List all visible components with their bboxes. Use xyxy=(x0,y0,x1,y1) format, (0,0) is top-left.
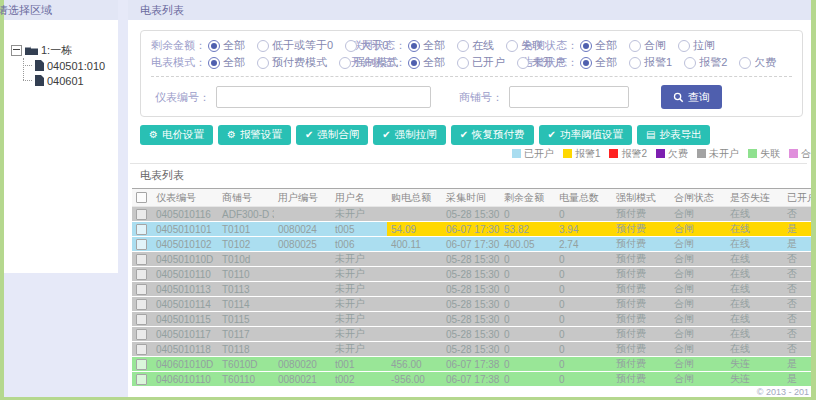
table-cell: 0 xyxy=(500,357,555,372)
row-checkbox[interactable] xyxy=(136,359,147,370)
tree-node-meter[interactable]: 040601 xyxy=(23,73,118,88)
radio-icon[interactable] xyxy=(339,57,351,69)
row-checkbox-cell xyxy=(132,222,152,237)
radio-icon[interactable] xyxy=(408,57,420,69)
toolbar-button[interactable]: ✔强制拉闸 xyxy=(373,125,445,145)
row-checkbox[interactable] xyxy=(136,239,147,250)
table-cell: 0 xyxy=(500,327,555,342)
table-header-cell: 购电总额 xyxy=(387,189,442,207)
row-checkbox[interactable] xyxy=(136,209,147,220)
row-checkbox[interactable] xyxy=(136,224,147,235)
row-checkbox[interactable] xyxy=(136,254,147,265)
table-cell xyxy=(274,282,331,297)
radio-option[interactable]: 全部 xyxy=(208,54,245,71)
radio-icon[interactable] xyxy=(408,40,420,52)
radio-option[interactable]: 拉闸 xyxy=(678,37,715,54)
radio-icon[interactable] xyxy=(506,40,518,52)
radio-option[interactable]: 预付费模式 xyxy=(257,54,327,71)
radio-icon[interactable] xyxy=(257,40,269,52)
radio-option[interactable]: 报警1 xyxy=(629,54,672,71)
filter-group: 告警状态：全部报警1报警2欠费 xyxy=(523,54,788,71)
tree-node-label: 040601 xyxy=(47,75,84,87)
table-cell xyxy=(387,207,442,222)
table-cell: 合闸 xyxy=(670,312,726,327)
radio-icon[interactable] xyxy=(629,40,641,52)
toolbar-button-label: 功率阈值设置 xyxy=(560,128,623,142)
table-cell: 否 xyxy=(783,312,811,327)
radio-option[interactable]: 在线 xyxy=(457,37,494,54)
table-header-cell: 电量总数 xyxy=(555,189,612,207)
radio-option[interactable]: 全部 xyxy=(580,37,617,54)
radio-icon[interactable] xyxy=(678,40,690,52)
table-cell xyxy=(274,342,331,357)
row-checkbox[interactable] xyxy=(136,374,147,385)
table-cell: 05-28 15:30:00 xyxy=(442,342,500,357)
table-cell: 0 xyxy=(500,267,555,282)
main-content: 剩余金额：全部低于或等于0大于0联网状态：全部在线失联合闸状态：全部合闸拉闸 电… xyxy=(128,20,811,397)
radio-icon[interactable] xyxy=(684,57,696,69)
row-checkbox[interactable] xyxy=(136,299,147,310)
row-checkbox[interactable] xyxy=(136,269,147,280)
toolbar-button[interactable]: ✔恢复预付费 xyxy=(451,125,534,145)
table-cell: 400.05 xyxy=(500,237,555,252)
radio-option[interactable]: 合闸 xyxy=(629,37,666,54)
row-checkbox[interactable] xyxy=(136,344,147,355)
table-cell: T0102 xyxy=(218,237,274,252)
tree-node-meter[interactable]: 040501:010 xyxy=(23,58,118,73)
filter-group: 剩余金额：全部低于或等于0大于0 xyxy=(151,37,351,54)
radio-icon[interactable] xyxy=(345,40,357,52)
radio-icon[interactable] xyxy=(517,57,529,69)
shop-no-input[interactable] xyxy=(509,86,629,108)
radio-icon[interactable] xyxy=(580,40,592,52)
row-checkbox-cell xyxy=(132,312,152,327)
radio-icon[interactable] xyxy=(629,57,641,69)
filter-label: 剩余金额： xyxy=(151,37,206,54)
radio-option[interactable]: 全部 xyxy=(580,54,617,71)
table-cell: 在线 xyxy=(726,342,783,357)
row-checkbox[interactable] xyxy=(136,314,147,325)
select-all-checkbox[interactable] xyxy=(136,192,147,203)
radio-icon[interactable] xyxy=(580,57,592,69)
meter-no-label: 仪表编号： xyxy=(155,90,210,105)
table-row: 0405010113T0113未开户05-28 15:30:0000预付费合闸在… xyxy=(132,282,811,297)
radio-option[interactable]: 全部 xyxy=(408,54,445,71)
radio-icon[interactable] xyxy=(457,40,469,52)
toolbar-button[interactable]: ✔功率阈值设置 xyxy=(539,125,632,145)
table-cell: 0406010110 xyxy=(152,372,218,387)
table-cell: 合闸 xyxy=(670,327,726,342)
table-cell xyxy=(387,327,442,342)
radio-option[interactable]: 欠费 xyxy=(739,54,776,71)
radio-icon[interactable] xyxy=(457,57,469,69)
filter-label: 电表模式： xyxy=(151,54,206,71)
filter-row-1: 剩余金额：全部低于或等于0大于0联网状态：全部在线失联合闸状态：全部合闸拉闸 xyxy=(151,37,792,54)
row-checkbox[interactable] xyxy=(136,284,147,295)
table-row: 040501010DT010d未开户05-28 15:30:0000预付费合闸在… xyxy=(132,252,811,267)
row-checkbox[interactable] xyxy=(136,329,147,340)
toolbar-button[interactable]: ⚙报警设置 xyxy=(218,125,291,145)
query-button[interactable]: 查询 xyxy=(661,85,722,109)
radio-option-label: 预付费模式 xyxy=(272,54,327,71)
table-cell: 0 xyxy=(555,297,612,312)
toolbar-button[interactable]: ✔强制合闸 xyxy=(296,125,368,145)
collapse-icon[interactable] xyxy=(11,45,22,56)
radio-icon[interactable] xyxy=(208,40,220,52)
radio-option[interactable]: 低于或等于0 xyxy=(257,37,333,54)
row-checkbox-cell xyxy=(132,372,152,387)
radio-icon[interactable] xyxy=(208,57,220,69)
radio-option[interactable]: 全部 xyxy=(408,37,445,54)
radio-icon[interactable] xyxy=(739,57,751,69)
table-cell: 未开户 xyxy=(331,207,387,222)
table-cell: 未开户 xyxy=(331,267,387,282)
table-cell: 0080025 xyxy=(274,237,331,252)
toolbar-button[interactable]: ▤抄表导出 xyxy=(637,125,710,145)
meter-no-input[interactable] xyxy=(216,86,431,108)
table-header-cell: 用户编号 xyxy=(274,189,331,207)
sidebar-header: 请选择区域 xyxy=(4,0,118,20)
radio-option[interactable]: 报警2 xyxy=(684,54,727,71)
radio-option[interactable]: 已开户 xyxy=(457,54,505,71)
toolbar-button[interactable]: ⚙电价设置 xyxy=(140,125,213,145)
table-cell: 未开户 xyxy=(331,342,387,357)
tree-node-root[interactable]: 1:一栋 xyxy=(11,42,118,58)
radio-option[interactable]: 全部 xyxy=(208,37,245,54)
radio-icon[interactable] xyxy=(257,57,269,69)
